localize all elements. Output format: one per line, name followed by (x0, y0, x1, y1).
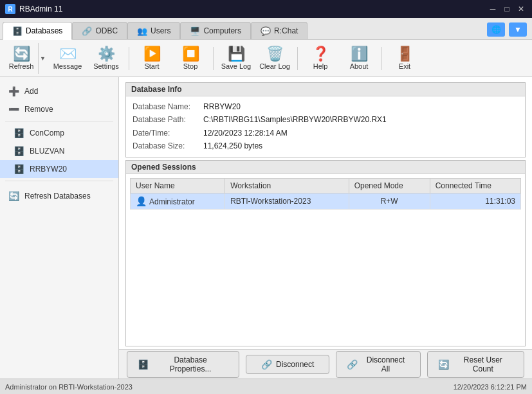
app-icon: R (5, 4, 15, 14)
refresh-databases-item[interactable]: 🔄 Refresh Databases (0, 184, 118, 205)
refresh-button[interactable]: 🔄 Refresh ▼ (4, 42, 48, 75)
start-icon: ▶️ (143, 47, 161, 61)
col-header-username: User Name (131, 178, 225, 193)
info-value-size: 11,624,250 bytes (203, 139, 262, 152)
message-label: Message (53, 62, 82, 70)
disconnect-label: Disconnect (276, 360, 314, 369)
cell-username: 👤Administrator (131, 193, 225, 209)
database-properties-button[interactable]: 🗄️ Database Properties... (127, 351, 239, 378)
info-row-name: Database Name: RRBYW20 (133, 100, 518, 113)
exit-label: Exit (399, 62, 410, 70)
start-label: Start (144, 62, 159, 70)
info-row-datetime: Date/Time: 12/20/2023 12:28:14 AM (133, 127, 518, 139)
sessions-section: Opened Sessions User Name Workstation Op… (125, 160, 526, 346)
refresh-dropdown-arrow[interactable]: ▼ (38, 43, 47, 74)
info-label-path: Database Path: (133, 113, 203, 126)
add-label: Add (24, 87, 38, 96)
add-item[interactable]: ➕ Add (0, 82, 118, 100)
refresh-databases-label: Refresh Databases (24, 192, 91, 201)
db-info-title: Database Info (126, 83, 525, 96)
tab-odbc[interactable]: 🔗 ODBC (72, 22, 127, 39)
tab-databases-label: Databases (26, 26, 62, 35)
disconnect-button[interactable]: 🔗 Disconnect (246, 355, 329, 374)
db-name-rrbyw20: RRBYW20 (30, 165, 67, 174)
tab-computers[interactable]: 🖥️ Computers (180, 22, 251, 39)
clear-log-label: Clear Log (259, 62, 290, 70)
cell-time: 11:31:03 (430, 193, 520, 209)
sessions-table-container: User Name Workstation Opened Mode Connec… (126, 174, 525, 346)
sidebar-item-bluzvan[interactable]: 🗄️ BLUZVAN (0, 142, 118, 160)
info-row-size: Database Size: 11,624,250 bytes (133, 139, 518, 152)
settings-button[interactable]: ⚙️ Settings (87, 42, 125, 75)
toolbar-separator-2 (213, 47, 214, 70)
cell-workstation: RBTI-Workstation-2023 (225, 193, 349, 209)
db-icon-rrbyw20: 🗄️ (13, 163, 24, 175)
maximize-button[interactable]: □ (501, 3, 513, 15)
sidebar: ➕ Add ➖ Remove 🗄️ ConComp 🗄️ BLUZVAN 🗄️ … (0, 77, 119, 379)
settings-label: Settings (93, 62, 119, 70)
info-value-path: C:\RBTI\RBG11\Samples\RRBYW20\RRBYW20.RX… (203, 113, 387, 126)
db-props-icon: 🗄️ (138, 359, 149, 370)
toolbar-separator-4 (381, 47, 382, 70)
tab-rchat[interactable]: 💬 R:Chat (251, 22, 307, 39)
db-props-label: Database Properties... (152, 355, 228, 373)
help-button[interactable]: ❓ Help (302, 42, 339, 75)
odbc-tab-icon: 🔗 (82, 26, 92, 36)
tab-databases[interactable]: 🗄️ Databases (3, 22, 72, 40)
start-button[interactable]: ▶️ Start (133, 42, 170, 75)
toolbar-separator-1 (129, 47, 129, 70)
remove-item[interactable]: ➖ Remove (0, 100, 118, 118)
message-button[interactable]: ✉️ Message (49, 42, 86, 75)
info-label-datetime: Date/Time: (133, 127, 203, 139)
col-header-workstation: Workstation (225, 178, 349, 193)
close-button[interactable]: ✕ (515, 3, 527, 15)
status-left: Administrator on RBTI-Workstation-2023 (5, 383, 133, 391)
disconnect-icon: 🔗 (261, 359, 272, 370)
sessions-title: Opened Sessions (126, 161, 525, 174)
reset-user-count-button[interactable]: 🔄 Reset User Count (427, 351, 524, 378)
stop-button[interactable]: ⏹️ Stop (172, 42, 209, 75)
save-log-icon: 💾 (228, 47, 245, 61)
rchat-tab-icon: 💬 (261, 26, 271, 36)
about-icon: ℹ️ (351, 47, 368, 61)
reset-label: Reset User Count (453, 355, 513, 373)
help-icon: ❓ (312, 47, 329, 61)
cell-mode: R+W (349, 193, 430, 209)
disconnect-all-button[interactable]: 🔗 Disconnect All (336, 351, 421, 378)
status-bar: Administrator on RBTI-Workstation-2023 1… (0, 379, 532, 394)
sidebar-item-rrbyw20[interactable]: 🗄️ RRBYW20 (0, 160, 118, 178)
computers-tab-icon: 🖥️ (190, 26, 200, 36)
db-name-bluzvan: BLUZVAN (30, 147, 64, 156)
save-log-button[interactable]: 💾 Save Log (217, 42, 255, 75)
info-value-name: RRBYW20 (203, 100, 241, 113)
disconnect-all-label: Disconnect All (362, 355, 410, 373)
clear-log-icon: 🗑️ (266, 47, 284, 61)
databases-tab-icon: 🗄️ (12, 26, 23, 36)
minimize-button[interactable]: ─ (487, 3, 499, 15)
arrow-button[interactable]: ▼ (509, 22, 527, 37)
user-avatar-icon: 👤 (136, 196, 147, 206)
reset-icon: 🔄 (438, 359, 449, 370)
clear-log-button[interactable]: 🗑️ Clear Log (256, 42, 293, 75)
db-name-concomp: ConComp (30, 129, 64, 138)
info-value-datetime: 12/20/2023 12:28:14 AM (203, 127, 288, 139)
status-right: 12/20/2023 6:12:21 PM (454, 383, 527, 391)
about-button[interactable]: ℹ️ About (340, 42, 378, 75)
users-tab-icon: 👥 (137, 26, 147, 36)
db-info-section: Database Info Database Name: RRBYW20 Dat… (125, 82, 526, 157)
sidebar-divider-1 (5, 121, 113, 121)
web-button[interactable]: 🌐 (487, 22, 505, 37)
refresh-icon: 🔄 (13, 47, 30, 61)
col-header-time: Connected Time (430, 178, 520, 193)
tab-odbc-label: ODBC (95, 26, 118, 35)
help-label: Help (313, 62, 328, 70)
sidebar-item-concomp[interactable]: 🗄️ ConComp (0, 124, 118, 142)
toolbar-separator-3 (297, 47, 298, 70)
table-row[interactable]: 👤Administrator RBTI-Workstation-2023 R+W… (131, 193, 521, 209)
exit-button[interactable]: 🚪 Exit (386, 42, 423, 75)
main-layout: ➕ Add ➖ Remove 🗄️ ConComp 🗄️ BLUZVAN 🗄️ … (0, 77, 532, 379)
refresh-label: Refresh (9, 62, 34, 70)
stop-label: Stop (183, 62, 198, 70)
stop-icon: ⏹️ (182, 47, 199, 61)
tab-users[interactable]: 👥 Users (127, 22, 180, 39)
